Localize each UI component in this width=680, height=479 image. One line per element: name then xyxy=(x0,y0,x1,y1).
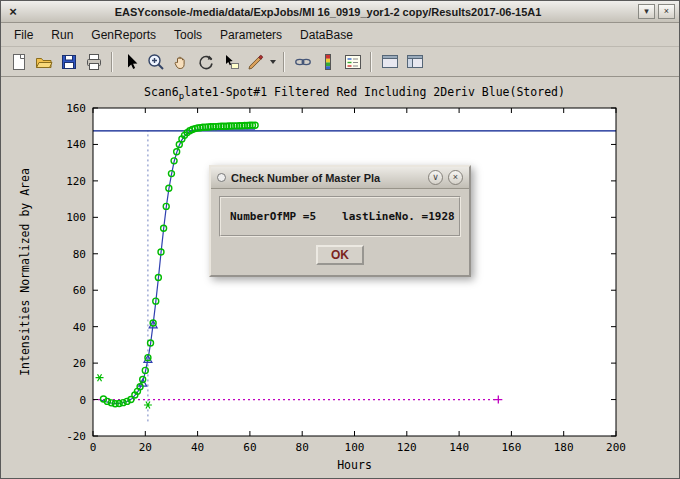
pan-hand-button[interactable] xyxy=(168,49,193,74)
show-plot-tools-button[interactable] xyxy=(402,49,427,74)
data-cursor-button[interactable] xyxy=(218,49,243,74)
minimize-button[interactable]: ▾ xyxy=(638,4,655,19)
brush-dropdown-button[interactable] xyxy=(268,49,278,74)
link-plot-icon xyxy=(293,52,313,72)
y-tick-label: 100 xyxy=(66,211,86,224)
x-tick-label: 100 xyxy=(345,441,365,454)
save-figure-icon xyxy=(59,52,79,72)
new-figure-button[interactable] xyxy=(6,49,31,74)
print-figure-icon xyxy=(84,52,104,72)
dropdown-arrow-icon xyxy=(269,52,277,72)
y-tick-label: 20 xyxy=(73,357,86,370)
menu-item-database[interactable]: DataBase xyxy=(291,25,362,45)
hide-plot-tools-icon xyxy=(380,52,400,72)
rotate-3d-icon xyxy=(196,52,216,72)
y-tick-label: 120 xyxy=(66,175,86,188)
growth-curve-chart[interactable]: 020406080100120140160180200-200204060801… xyxy=(1,77,679,479)
edit-plot-arrow-icon xyxy=(121,52,141,72)
close-button[interactable]: × xyxy=(658,4,675,19)
dialog-message-panel: NumberOfMP =5 lastLineNo. =1928 xyxy=(219,196,461,237)
menu-item-file[interactable]: File xyxy=(5,25,42,45)
dialog-collapse-button[interactable]: ∨ xyxy=(428,170,443,185)
pan-hand-icon xyxy=(171,52,191,72)
x-tick-label: 80 xyxy=(296,441,309,454)
menu-item-run[interactable]: Run xyxy=(42,25,82,45)
dialog-close-button[interactable]: × xyxy=(448,170,463,185)
link-plot-button[interactable] xyxy=(290,49,315,74)
rotate-3d-button[interactable] xyxy=(193,49,218,74)
x-tick-label: 40 xyxy=(191,441,204,454)
open-file-icon xyxy=(34,52,54,72)
open-file-button[interactable] xyxy=(31,49,56,74)
app-icon[interactable]: × xyxy=(5,4,21,20)
zoom-in-button[interactable] xyxy=(143,49,168,74)
insert-legend-icon xyxy=(343,52,363,72)
zoom-in-icon xyxy=(146,52,166,72)
print-figure-button[interactable] xyxy=(81,49,106,74)
insert-colorbar-button[interactable] xyxy=(315,49,340,74)
chart-title: Scan6plate1-Spot#1 Filtered Red Includin… xyxy=(144,85,565,101)
dialog-check-number-of-master-plates: Check Number of Master Pla ∨ × NumberOfM… xyxy=(209,165,471,277)
dialog-message-numberofmp: NumberOfMP =5 xyxy=(230,210,316,223)
dialog-body: NumberOfMP =5 lastLineNo. =1928 OK xyxy=(211,189,469,275)
y-tick-label: 40 xyxy=(73,321,86,334)
brush-data-button[interactable] xyxy=(243,49,268,74)
x-tick-label: 20 xyxy=(139,441,152,454)
app-window: × EASYconsole-/media/data/ExpJobs/MI 16_… xyxy=(0,0,680,479)
figure-area: 020406080100120140160180200-200204060801… xyxy=(1,77,679,479)
toolbar xyxy=(1,47,679,77)
y-tick-label: 160 xyxy=(66,102,86,115)
menubar: FileRunGenReportsToolsParametersDataBase xyxy=(1,23,679,47)
y-tick-label: -20 xyxy=(66,430,86,443)
y-tick-label: 140 xyxy=(66,138,86,151)
data-cursor-icon xyxy=(221,52,241,72)
x-tick-label: 180 xyxy=(554,441,574,454)
insert-legend-button[interactable] xyxy=(340,49,365,74)
menu-item-tools[interactable]: Tools xyxy=(165,25,211,45)
edit-plot-arrow-button[interactable] xyxy=(118,49,143,74)
x-tick-label: 0 xyxy=(90,441,97,454)
toolbar-separator xyxy=(370,52,372,72)
x-tick-label: 200 xyxy=(606,441,626,454)
save-figure-button[interactable] xyxy=(56,49,81,74)
x-tick-label: 140 xyxy=(449,441,469,454)
hide-plot-tools-button[interactable] xyxy=(377,49,402,74)
x-tick-label: 120 xyxy=(397,441,417,454)
dialog-titlebar[interactable]: Check Number of Master Pla ∨ × xyxy=(211,167,469,189)
titlebar[interactable]: × EASYconsole-/media/data/ExpJobs/MI 16_… xyxy=(1,1,679,23)
brush-data-icon xyxy=(246,52,266,72)
x-axis-label: Hours xyxy=(337,458,372,472)
y-tick-label: 60 xyxy=(73,284,86,297)
window-title: EASYconsole-/media/data/ExpJobs/MI 16_09… xyxy=(21,6,635,18)
dialog-button-row: OK xyxy=(219,245,461,265)
y-tick-label: 80 xyxy=(73,248,86,261)
x-tick-label: 160 xyxy=(501,441,521,454)
ok-button[interactable]: OK xyxy=(316,245,364,265)
x-tick-label: 60 xyxy=(243,441,256,454)
new-figure-icon xyxy=(9,52,29,72)
window-controls: ▾ × xyxy=(635,4,675,19)
menu-item-genreports[interactable]: GenReports xyxy=(82,25,165,45)
menu-item-parameters[interactable]: Parameters xyxy=(211,25,291,45)
insert-colorbar-icon xyxy=(318,52,338,72)
y-tick-label: 0 xyxy=(79,394,86,407)
dialog-message-lastlineno: lastLineNo. =1928 xyxy=(342,210,455,223)
dialog-bullet-icon xyxy=(217,173,226,182)
show-plot-tools-icon xyxy=(405,52,425,72)
toolbar-separator xyxy=(111,52,113,72)
toolbar-separator xyxy=(283,52,285,72)
dialog-title: Check Number of Master Pla xyxy=(231,172,423,184)
y-axis-label: Intensities Normalized by Area xyxy=(18,168,32,376)
